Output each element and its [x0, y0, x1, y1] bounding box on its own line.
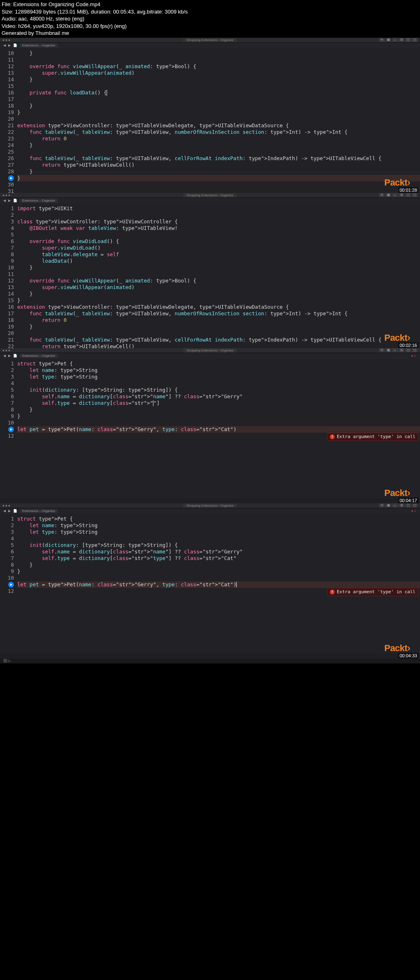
- toolbar-button[interactable]: ▦: [386, 348, 391, 352]
- toolbar-button[interactable]: ↔: [392, 503, 398, 507]
- error-text: Extra argument 'type' in call: [337, 434, 415, 440]
- file-tab[interactable]: Extensions – Organize: [20, 43, 58, 48]
- window-title: Shopping Extensions › Organize: [183, 193, 237, 197]
- toolbar-button[interactable]: ▢: [405, 193, 411, 197]
- publisher-watermark: Packt›: [384, 643, 410, 654]
- breadcrumb-bar: ◀ ▶ 📄 Extensions – Organize: [0, 198, 420, 204]
- toolbar-button[interactable]: ☰: [399, 38, 404, 42]
- back-icon[interactable]: ◀: [3, 199, 6, 202]
- run-indicator-icon[interactable]: [8, 175, 14, 181]
- breadcrumb-bar: ◀ ▶ 📄 Extensions – Organize: [0, 43, 420, 48]
- toolbar-left: ● ● ●: [2, 193, 10, 197]
- toolbar-button[interactable]: ⟲: [379, 503, 385, 507]
- toolbar-left: ● ● ●: [2, 504, 10, 507]
- code-editor[interactable]: 1234567891012struct type">Pet { let name…: [0, 514, 420, 654]
- toolbar-button[interactable]: ☰: [399, 503, 404, 507]
- meta-audio: Audio: aac, 48000 Hz, stereo (eng): [2, 15, 418, 23]
- file-tab[interactable]: Extensions – Organize: [20, 509, 58, 513]
- error-badge-icon: !: [330, 590, 335, 594]
- thumbnail-frame: ● ● ● Shopping Extensions › Organize ⟲ ▦…: [0, 193, 420, 348]
- line-gutter: 1234567891012: [0, 359, 17, 498]
- code-editor[interactable]: 1011121314151617181920212223242526272830…: [0, 48, 420, 196]
- toolbar-button[interactable]: ▢: [405, 348, 411, 352]
- error-text: Extra argument 'type' in call: [337, 589, 415, 595]
- thumbnail-frame: ● ● ● Shopping Extensions › Organize ⟲ ▦…: [0, 38, 420, 193]
- forward-icon[interactable]: ▶: [8, 199, 11, 202]
- thumbnail-frame: ● ● ● Shopping Extensions › Organize ⟲ ▦…: [0, 348, 420, 503]
- back-icon[interactable]: ◀: [3, 44, 6, 47]
- forward-icon[interactable]: ▶: [8, 44, 11, 47]
- toolbar-button[interactable]: ▢: [412, 193, 418, 197]
- frame-timestamp: 00:02:16: [398, 342, 418, 348]
- toolbar-button[interactable]: ▦: [386, 503, 391, 507]
- toolbar-right: ⟲ ▦ ↔ ☰ ▢ ▢: [379, 503, 418, 507]
- publisher-watermark: Packt›: [384, 488, 410, 498]
- window-toolbar: ● ● ● Shopping Extensions › Organize ⟲ ▦…: [0, 348, 420, 353]
- code-editor[interactable]: 1234567891012struct type">Pet { let name…: [0, 359, 420, 498]
- toolbar-right: ⟲ ▦ ↔ ☰ ▢ ▢: [379, 38, 418, 42]
- meta-file: File: Extensions for Organizing Code.mp4: [2, 1, 418, 8]
- toolbar-button[interactable]: ☰: [399, 193, 404, 197]
- publisher-watermark: Packt›: [384, 177, 410, 188]
- window-title: Shopping Extensions › Organize: [183, 503, 237, 508]
- inline-error-banner[interactable]: !Extra argument 'type' in call: [327, 433, 418, 441]
- frame-timestamp: 00:04:33: [398, 653, 418, 659]
- window-toolbar: ● ● ● Shopping Extensions › Organize ⟲ ▦…: [0, 38, 420, 43]
- run-indicator-icon[interactable]: [8, 427, 14, 432]
- meta-size: Size: 128989439 bytes (123.01 MiB), dura…: [2, 8, 418, 16]
- line-gutter: 1234567891011121314151617181920212223: [0, 204, 17, 348]
- file-tab[interactable]: Extensions – Organize: [20, 198, 58, 203]
- error-indicator[interactable]: ● 1: [411, 354, 416, 358]
- toolbar-button[interactable]: ▢: [412, 348, 418, 352]
- inline-error-banner[interactable]: !Extra argument 'type' in call: [327, 588, 418, 596]
- file-metadata-header: File: Extensions for Organizing Code.mp4…: [0, 0, 420, 38]
- meta-video: Video: h264, yuv420p, 1920x1080, 30.00 f…: [2, 23, 418, 30]
- file-icon: 📄: [13, 509, 17, 513]
- frame-timestamp: 00:01:28: [398, 187, 418, 193]
- back-icon[interactable]: ◀: [3, 509, 6, 513]
- window-toolbar: ● ● ● Shopping Extensions › Organize ⟲ ▦…: [0, 503, 420, 508]
- toolbar-button[interactable]: ▦: [386, 193, 391, 197]
- forward-icon[interactable]: ▶: [8, 509, 11, 513]
- window-toolbar: ● ● ● Shopping Extensions › Organize ⟲ ▦…: [0, 193, 420, 198]
- code-editor[interactable]: 1234567891011121314151617181920212223imp…: [0, 204, 420, 348]
- code-content[interactable]: struct type">Pet { let name: type">Strin…: [17, 359, 420, 498]
- toolbar-button[interactable]: ▦: [386, 38, 391, 42]
- toolbar-right: ⟲ ▦ ↔ ☰ ▢ ▢: [379, 193, 418, 197]
- toolbar-left: ● ● ●: [2, 349, 10, 352]
- toolbar-button[interactable]: ☰: [399, 348, 404, 352]
- thumbnailer-footer: ⬛ ▷: [0, 659, 420, 663]
- toolbar-button[interactable]: ↔: [392, 38, 398, 42]
- toolbar-button[interactable]: ↔: [392, 193, 398, 197]
- code-content[interactable]: import type">UIKit class type">ViewContr…: [17, 204, 420, 348]
- file-icon: 📄: [13, 44, 17, 47]
- forward-icon[interactable]: ▶: [8, 354, 11, 358]
- toolbar-button[interactable]: ⟲: [379, 38, 385, 42]
- breadcrumb-bar: ◀ ▶ 📄 Extensions – Organize ● 1: [0, 508, 420, 514]
- breadcrumb-bar: ◀ ▶ 📄 Extensions – Organize ● 1: [0, 353, 420, 359]
- toolbar-button[interactable]: ▢: [412, 503, 418, 507]
- code-content[interactable]: struct type">Pet { let name: type">Strin…: [17, 514, 420, 654]
- line-gutter: 1011121314151617181920212223242526272830…: [0, 48, 17, 196]
- toolbar-right: ⟲ ▦ ↔ ☰ ▢ ▢: [379, 348, 418, 352]
- code-content[interactable]: } override func viewWillAppear(_ animate…: [17, 48, 420, 196]
- toolbar-button[interactable]: ▢: [405, 38, 411, 42]
- error-badge-icon: !: [330, 434, 335, 439]
- run-indicator-icon[interactable]: [8, 582, 14, 588]
- thumbnail-frame: ● ● ● Shopping Extensions › Organize ⟲ ▦…: [0, 503, 420, 659]
- meta-generator: Generated by Thumbnail me: [2, 30, 418, 37]
- toolbar-button[interactable]: ↔: [392, 348, 398, 352]
- publisher-watermark: Packt›: [384, 333, 410, 343]
- line-gutter: 1234567891012: [0, 514, 17, 654]
- error-indicator[interactable]: ● 1: [411, 509, 416, 513]
- file-tab[interactable]: Extensions – Organize: [20, 353, 58, 358]
- window-title: Shopping Extensions › Organize: [183, 348, 237, 353]
- file-icon: 📄: [13, 354, 17, 358]
- toolbar-button[interactable]: ⟲: [379, 193, 385, 197]
- toolbar-button[interactable]: ⟲: [379, 348, 385, 352]
- file-icon: 📄: [13, 199, 17, 202]
- toolbar-button[interactable]: ▢: [405, 503, 411, 507]
- frame-timestamp: 00:04:17: [398, 498, 418, 503]
- back-icon[interactable]: ◀: [3, 354, 6, 358]
- toolbar-button[interactable]: ▢: [412, 38, 418, 42]
